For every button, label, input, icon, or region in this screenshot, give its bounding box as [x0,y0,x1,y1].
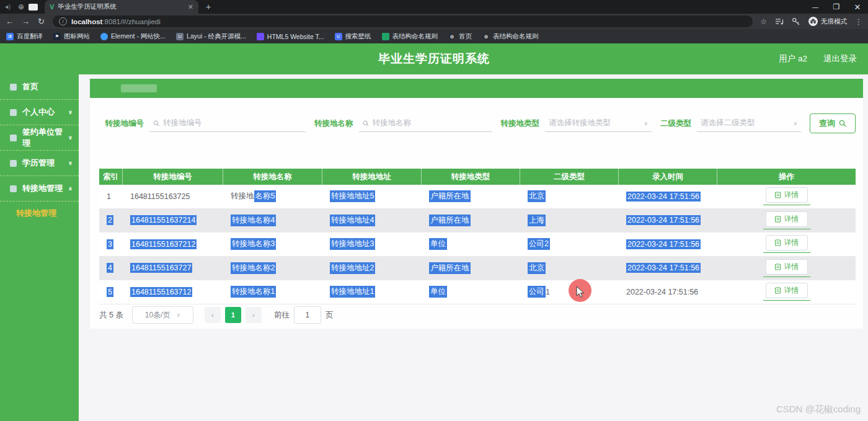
selected-text: 2022-03-24 17:51:56 [626,263,701,273]
selected-text: 转接地地址5 [330,190,375,202]
sidebar-item-education[interactable]: 学历管理∨ [0,151,79,176]
refresh-button[interactable]: ↻ [38,17,45,26]
bookmark-item[interactable]: 译百度翻译 [6,32,43,41]
org-icon [10,135,17,141]
document-icon [774,287,781,294]
password-key-icon[interactable] [792,17,800,26]
selected-text: 5 [107,287,113,297]
filter-input[interactable]: 转接地编号 [149,115,306,132]
wallpaper-icon: U [335,33,342,40]
column-header: 操作 [717,169,856,185]
filter-input[interactable]: 转接地名称 [359,115,492,132]
table-cell-actions: 详情 [717,233,856,256]
sidebar-item-home[interactable]: 首页 [0,74,79,100]
table-cell: 北京 [520,257,619,280]
pagination: 共 5 条 10条/页∨ ‹ 1 › 前往 1 页 [99,306,333,324]
table-cell: 164811551637214 [123,209,223,233]
detail-button[interactable]: 详情 [766,211,808,227]
selected-text: 16481155163727 [130,263,192,273]
chevron-down-icon: ∨ [68,135,73,141]
sidebar-subitem-active[interactable]: 转接地管理 [0,202,79,224]
detail-button[interactable]: 详情 [766,259,808,275]
selected-text: 3 [107,239,113,249]
goto-page-input[interactable]: 1 [294,306,321,324]
bookmark-item[interactable]: ⚑图标网站 [53,32,90,41]
site-info-icon[interactable]: i [59,17,67,25]
detail-button[interactable]: 详情 [766,283,808,298]
window-close-button[interactable]: ✕ [847,0,868,14]
speaker-icon: ◄) [4,4,10,10]
table-cell: 转接地地址4 [322,209,422,233]
window-minimize-button[interactable]: — [805,0,826,14]
chevron-down-icon: ∨ [68,160,73,166]
forward-button[interactable]: → [22,17,30,26]
address-bar[interactable]: i localhost:8081/#/zhuanjiedi [53,16,753,27]
search-icon [839,120,846,127]
selected-text: 2022-03-24 17:51:56 [626,215,701,225]
detail-underline [763,277,810,277]
selected-text: 2022-03-24 17:51:56 [626,192,701,202]
bookmark-label: 百度翻译 [17,32,43,41]
detail-button[interactable]: 详情 [766,235,808,250]
table-cell: 转接地名称5 [223,185,322,208]
sidebar-item-user[interactable]: 个人中心∨ [0,100,79,125]
detail-button-label: 详情 [784,190,799,200]
prev-page-button[interactable]: ‹ [205,307,221,323]
sidebar-item-transfer[interactable]: 转接地管理∧ [0,176,79,202]
window-restore-button[interactable]: ❐ [826,0,847,14]
baidu-translate-icon: 译 [6,33,14,40]
selected-text: 北京 [528,262,546,274]
chevron-down-icon: ∨ [644,120,648,126]
back-button[interactable]: ← [6,17,14,26]
layui-icon: Li [176,33,184,40]
table-cell: 转接地名称3 [223,233,322,256]
logout-link[interactable]: 退出登录 [823,53,857,64]
pinned-tab-blank[interactable] [27,1,40,13]
table-cell: 1 [99,185,123,208]
table-header-row: 索引转接地编号转接地名称转接地地址转接地类型二级类型录入时间操作 [99,169,856,185]
page-size-select[interactable]: 10条/页∨ [132,306,193,324]
detail-button-label: 详情 [784,237,799,248]
cell-text: 2022-03-24 17:51:56 [626,288,698,296]
table-row: 416481155163727转接地名称2转接地地址2户籍所在地北京2022-0… [99,257,856,281]
column-header: 转接地类型 [422,169,520,185]
new-tab-button[interactable]: + [206,2,211,12]
globe-icon: ⊕ [18,2,24,11]
bookmark-item[interactable]: U搜索壁纸 [335,32,371,41]
tab-close-icon[interactable]: ✕ [188,3,193,11]
browser-tab[interactable]: V 毕业生学历证明系统 ✕ [45,0,198,14]
reading-list-icon[interactable] [775,18,784,25]
detail-underline [763,205,810,205]
detail-button[interactable]: 详情 [766,187,808,203]
bookmark-item[interactable]: ◍首页 [448,32,472,41]
pinned-tab-globe[interactable]: ⊕ [15,1,27,13]
sidebar-item-org[interactable]: 签约单位管理∨ [0,125,79,151]
home-icon [10,84,17,91]
bookmark-item[interactable]: 表结构命名规则 [382,32,438,41]
table-cell: 上海 [520,209,619,233]
selected-text: 公司2 [528,238,550,250]
bookmark-item[interactable]: LiLayui - 经典开源模... [176,32,246,41]
table-cell: 户籍所在地 [422,257,520,280]
tab-title: 毕业生学历证明系统 [58,2,184,11]
search-button[interactable]: 查询 [810,113,856,133]
filter-group: 转接地类型请选择转接地类型∨ [501,115,652,132]
bookmark-item[interactable]: ◍表结构命名规则 [482,32,539,41]
bookmark-item[interactable]: HTML5 Website T... [257,33,324,40]
next-page-button[interactable]: › [246,307,262,323]
table-cell: 2022-03-24 17:51:56 [619,280,717,304]
bookmark-item[interactable]: Element - 网站快... [100,32,166,41]
element-icon [100,33,108,40]
filter-select[interactable]: 请选择二级类型∨ [697,115,801,132]
app-header: 毕业生学历证明系统 用户 a2 退出登录 [0,43,868,74]
bookmark-label: Element - 网站快... [111,32,166,41]
browser-menu-icon[interactable]: ⋮ [855,17,862,26]
bookmark-star-icon[interactable]: ☆ [760,17,767,26]
goto-label: 前往 [274,310,290,321]
table-cell: 转接地地址2 [322,257,422,280]
filter-select[interactable]: 请选择转接地类型∨ [545,115,652,132]
url-path: :8081/#/zhuanjiedi [102,18,160,25]
selected-text: 名称5 [254,190,277,202]
document-icon [774,264,781,270]
page-1-button[interactable]: 1 [225,307,241,323]
